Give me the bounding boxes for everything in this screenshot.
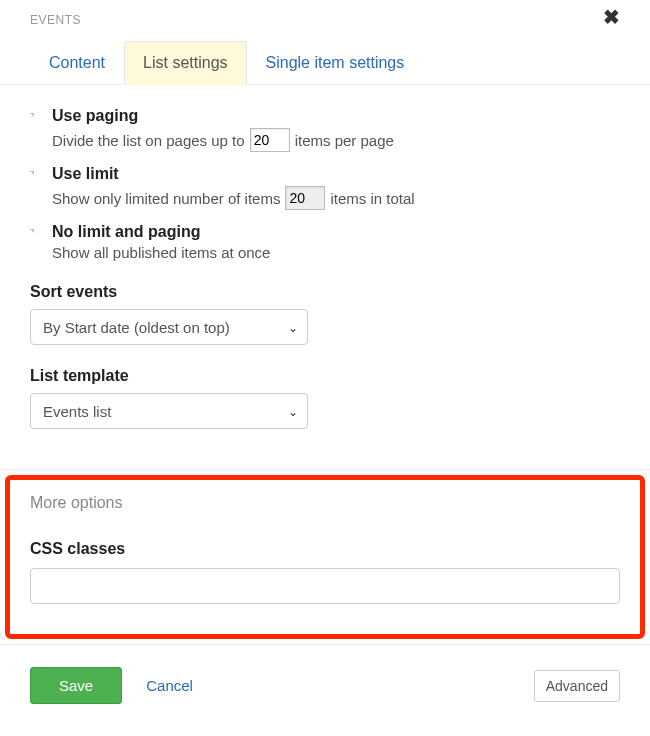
template-select[interactable]: Events list — [30, 393, 308, 429]
more-options-highlight: More options CSS classes — [5, 475, 645, 639]
tab-content[interactable]: Content — [30, 41, 124, 85]
items-total-input[interactable] — [285, 186, 325, 210]
radio-no-limit[interactable]: ⌝ — [30, 228, 38, 238]
use-limit-title: Use limit — [52, 165, 620, 183]
sort-select[interactable]: By Start date (oldest on top) — [30, 309, 308, 345]
tab-single-item-settings[interactable]: Single item settings — [247, 41, 424, 85]
css-classes-label: CSS classes — [30, 540, 620, 558]
items-per-page-input[interactable] — [250, 128, 290, 152]
css-classes-input[interactable] — [30, 568, 620, 604]
use-paging-desc: Divide the list on pages up to items per… — [52, 128, 620, 152]
no-limit-title: No limit and paging — [52, 223, 620, 241]
tabs: Content List settings Single item settin… — [0, 27, 650, 85]
more-options-title: More options — [30, 494, 620, 512]
template-label: List template — [30, 367, 620, 385]
tab-list-settings[interactable]: List settings — [124, 41, 246, 85]
use-limit-desc: Show only limited number of items items … — [52, 186, 620, 210]
save-button[interactable]: Save — [30, 667, 122, 704]
close-icon[interactable]: ✖ — [603, 5, 620, 29]
radio-use-limit[interactable]: ⌝ — [30, 170, 38, 180]
radio-use-paging[interactable]: ⌝ — [30, 112, 38, 122]
sort-label: Sort events — [30, 283, 620, 301]
cancel-button[interactable]: Cancel — [146, 677, 193, 694]
widget-title: EVENTS — [30, 13, 81, 27]
use-paging-title: Use paging — [52, 107, 620, 125]
advanced-button[interactable]: Advanced — [534, 670, 620, 702]
no-limit-desc: Show all published items at once — [52, 244, 620, 261]
